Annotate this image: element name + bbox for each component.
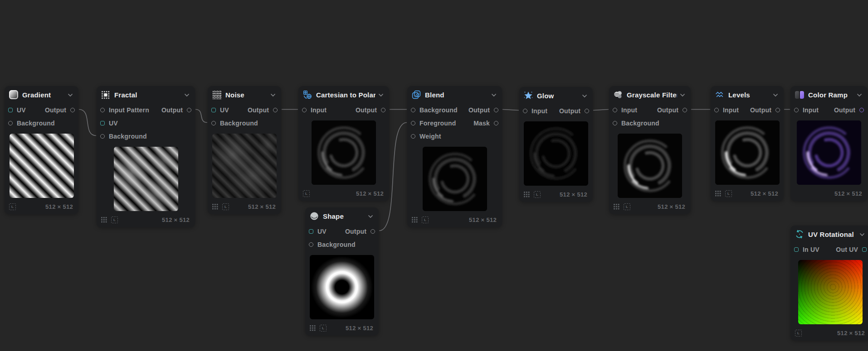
marquee-l-icon[interactable]: L <box>624 203 630 210</box>
chevron-down-icon[interactable] <box>368 212 373 220</box>
marquee-l-icon[interactable]: L <box>9 203 16 210</box>
grid-toggle-icon[interactable] <box>212 203 219 210</box>
grid-toggle-icon[interactable] <box>310 325 316 331</box>
input-port-background[interactable] <box>309 242 313 247</box>
input-port-input[interactable] <box>523 109 527 113</box>
output-port-out-uv[interactable] <box>862 247 867 252</box>
input-port-background[interactable] <box>411 108 415 112</box>
node-noise[interactable]: Noise UVOutput BackgroundL512 × 512 <box>208 86 281 214</box>
input-port-input[interactable] <box>714 108 719 112</box>
chevron-down-icon[interactable] <box>773 91 778 99</box>
port-label: In UV <box>803 246 819 253</box>
input-port-foreground[interactable] <box>411 121 415 125</box>
node-title: Levels <box>728 91 770 99</box>
node-uv-rotational[interactable]: UV Rotational In UVOut UV L512 × 512 <box>790 226 868 341</box>
wire-fractal-to-noise[interactable] <box>195 110 207 123</box>
marquee-l-icon[interactable]: L <box>303 190 310 197</box>
node-glow[interactable]: Glow InputOutput L512 × 512 <box>519 87 593 202</box>
node-preview-image <box>10 134 74 198</box>
output-port-output[interactable] <box>859 108 864 112</box>
input-port-in-uv[interactable] <box>794 247 799 252</box>
output-port-output[interactable] <box>371 229 375 234</box>
node-gradient[interactable]: Gradient UVOutput BackgroundL512 × 512 <box>5 86 78 214</box>
input-port-background[interactable] <box>613 121 617 125</box>
output-port-output[interactable] <box>273 108 278 112</box>
marquee-l-icon[interactable]: L <box>795 330 802 337</box>
chevron-down-icon[interactable] <box>270 91 276 99</box>
port-row: InputOutput <box>298 103 389 116</box>
input-port-input[interactable] <box>794 108 799 112</box>
input-port-input[interactable] <box>613 108 617 112</box>
chevron-down-icon[interactable] <box>68 91 73 99</box>
output-port-output[interactable] <box>70 108 75 112</box>
chevron-down-icon[interactable] <box>378 91 384 99</box>
node-fractal[interactable]: Fractal Input PatternOutput UV Backgroun… <box>97 86 195 227</box>
gradient-icon <box>9 90 18 99</box>
node-shape[interactable]: Shape UVOutput BackgroundL512 × 512 <box>305 207 379 336</box>
input-port-background[interactable] <box>8 121 13 125</box>
grid-toggle-icon[interactable] <box>715 190 722 197</box>
node-preview-image <box>310 255 374 319</box>
output-port-output[interactable] <box>381 108 385 112</box>
node-levels[interactable]: Levels InputOutput L512 × 512 <box>711 86 784 201</box>
grid-toggle-icon[interactable] <box>524 191 530 197</box>
marquee-l-icon[interactable]: L <box>320 325 327 332</box>
port-label: Background <box>109 133 147 140</box>
node-blend[interactable]: Blend BackgroundOutput ForegroundMask We… <box>407 86 502 227</box>
node-footer: L512 × 512 <box>303 190 384 197</box>
marquee-l-icon[interactable]: L <box>222 203 229 210</box>
node-header: Cartesian to Polar <box>298 86 389 103</box>
chevron-down-icon[interactable] <box>857 91 862 99</box>
input-port-input-pattern[interactable] <box>100 108 105 112</box>
output-port-mask[interactable] <box>494 121 498 125</box>
input-port-weight[interactable] <box>411 134 415 139</box>
input-port-background[interactable] <box>100 134 105 139</box>
grid-toggle-icon[interactable] <box>412 216 418 223</box>
input-port-uv[interactable] <box>8 108 13 112</box>
port-label: Output <box>750 106 771 114</box>
wire-glow-to-grayscale-filter[interactable] <box>593 110 609 111</box>
input-port-uv[interactable] <box>309 229 313 234</box>
input-port-uv[interactable] <box>211 108 216 112</box>
port-row: BackgroundOutput <box>407 103 502 116</box>
node-title: UV Rotational <box>808 231 857 238</box>
marquee-l-icon[interactable]: L <box>111 216 118 223</box>
chevron-down-icon[interactable] <box>582 91 587 100</box>
output-port-output[interactable] <box>585 109 589 113</box>
port-label: Output <box>356 106 377 114</box>
marquee-l-icon[interactable]: L <box>534 191 541 198</box>
resolution-label: 512 × 512 <box>560 191 587 198</box>
input-port-input[interactable] <box>302 108 307 112</box>
resolution-label: 512 × 512 <box>837 330 865 337</box>
node-graph-canvas[interactable]: Gradient UVOutput BackgroundL512 × 512 F… <box>0 0 868 351</box>
grid-toggle-icon[interactable] <box>101 216 107 223</box>
node-grayscale-filter[interactable]: Grayscale Filter InputOutput Background … <box>609 86 691 214</box>
input-port-background[interactable] <box>211 121 216 125</box>
chevron-down-icon[interactable] <box>859 230 865 238</box>
port-label: Output <box>345 228 366 235</box>
output-port-output[interactable] <box>494 108 498 112</box>
chevron-down-icon[interactable] <box>680 91 685 99</box>
port-label: UV <box>109 120 118 127</box>
marquee-l-icon[interactable]: L <box>422 216 429 223</box>
grayscale-filter-icon <box>614 90 623 99</box>
port-row: InputOutput <box>519 104 593 117</box>
node-title: Grayscale Filter <box>627 91 677 99</box>
output-port-output[interactable] <box>683 108 687 112</box>
port-label: Input <box>532 107 547 115</box>
node-cartesian-to-polar[interactable]: Cartesian to Polar InputOutput L512 × 51… <box>298 86 389 201</box>
chevron-down-icon[interactable] <box>491 91 497 99</box>
input-port-uv[interactable] <box>100 121 105 125</box>
node-title: Gradient <box>22 91 65 99</box>
grid-toggle-icon[interactable] <box>614 203 620 210</box>
port-label: Input <box>723 106 739 114</box>
node-preview-image <box>524 121 588 186</box>
wire-gradient-to-fractal[interactable] <box>79 110 96 136</box>
node-color-ramp[interactable]: Color Ramp InputOutput 512 × 512 <box>790 86 868 201</box>
output-port-output[interactable] <box>187 108 191 112</box>
wire-blend-to-glow[interactable] <box>502 110 519 111</box>
marquee-l-icon[interactable]: L <box>725 190 732 197</box>
chevron-down-icon[interactable] <box>184 91 190 99</box>
output-port-output[interactable] <box>775 108 780 112</box>
resolution-label: 512 × 512 <box>248 203 276 210</box>
